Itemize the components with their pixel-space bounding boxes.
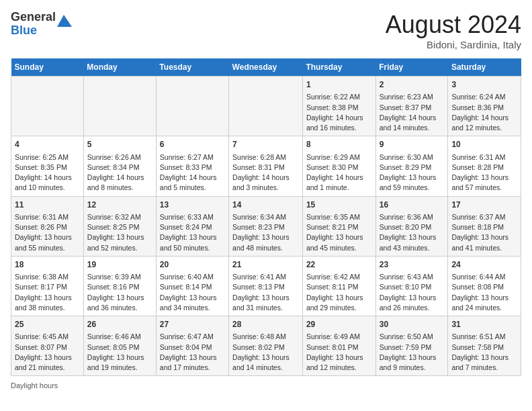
calendar-cell: 22Sunrise: 6:42 AM Sunset: 8:11 PM Dayli… (302, 256, 375, 316)
day-number: 4 (15, 139, 80, 150)
calendar-cell: 19Sunrise: 6:39 AM Sunset: 8:16 PM Dayli… (83, 256, 156, 316)
day-number: 25 (15, 319, 80, 330)
calendar-cell: 8Sunrise: 6:29 AM Sunset: 8:30 PM Daylig… (302, 136, 375, 196)
day-info: Sunrise: 6:28 AM Sunset: 8:31 PM Dayligh… (232, 153, 290, 192)
day-number: 8 (306, 139, 372, 150)
day-number: 1 (306, 79, 372, 91)
calendar-body: 1Sunrise: 6:22 AM Sunset: 8:38 PM Daylig… (11, 77, 521, 376)
day-number: 15 (306, 199, 372, 211)
calendar-cell (156, 77, 228, 136)
day-info: Sunrise: 6:29 AM Sunset: 8:30 PM Dayligh… (306, 153, 363, 192)
day-number: 14 (232, 199, 299, 211)
day-number: 24 (451, 259, 517, 271)
day-number: 17 (451, 199, 517, 211)
day-info: Sunrise: 6:34 AM Sunset: 8:23 PM Dayligh… (232, 213, 290, 252)
calendar-cell: 7Sunrise: 6:28 AM Sunset: 8:31 PM Daylig… (229, 136, 303, 196)
logo-text: General Blue (11, 11, 56, 38)
calendar-cell: 15Sunrise: 6:35 AM Sunset: 8:21 PM Dayli… (302, 196, 375, 256)
calendar-cell: 24Sunrise: 6:44 AM Sunset: 8:08 PM Dayli… (448, 256, 521, 316)
calendar-cell: 25Sunrise: 6:45 AM Sunset: 8:07 PM Dayli… (11, 316, 84, 376)
day-info: Sunrise: 6:35 AM Sunset: 8:21 PM Dayligh… (306, 213, 363, 252)
page-header: General Blue August 2024 Bidoni, Sardini… (11, 11, 521, 50)
calendar-cell: 9Sunrise: 6:30 AM Sunset: 8:29 PM Daylig… (375, 136, 448, 196)
svg-marker-0 (57, 15, 72, 27)
day-number: 6 (160, 139, 225, 150)
calendar-cell: 29Sunrise: 6:49 AM Sunset: 8:01 PM Dayli… (302, 316, 375, 376)
day-info: Sunrise: 6:43 AM Sunset: 8:10 PM Dayligh… (380, 273, 437, 312)
day-info: Sunrise: 6:40 AM Sunset: 8:14 PM Dayligh… (160, 273, 217, 312)
day-number: 5 (87, 139, 152, 150)
day-number: 10 (451, 139, 517, 150)
day-header: Saturday (448, 58, 521, 77)
day-number: 30 (380, 319, 445, 330)
day-number: 23 (380, 259, 445, 271)
day-number: 11 (15, 199, 80, 211)
calendar-cell: 31Sunrise: 6:51 AM Sunset: 7:58 PM Dayli… (448, 316, 521, 376)
day-number: 21 (232, 259, 299, 271)
day-info: Sunrise: 6:23 AM Sunset: 8:37 PM Dayligh… (380, 93, 437, 132)
calendar-cell: 10Sunrise: 6:31 AM Sunset: 8:28 PM Dayli… (448, 136, 521, 196)
calendar-cell (83, 77, 156, 136)
day-number: 29 (306, 319, 372, 330)
day-info: Sunrise: 6:49 AM Sunset: 8:01 PM Dayligh… (306, 332, 363, 371)
calendar-cell: 17Sunrise: 6:37 AM Sunset: 8:18 PM Dayli… (448, 196, 521, 256)
day-info: Sunrise: 6:51 AM Sunset: 7:58 PM Dayligh… (451, 332, 508, 371)
calendar-cell (229, 77, 303, 136)
day-number: 2 (380, 79, 445, 91)
day-info: Sunrise: 6:50 AM Sunset: 7:59 PM Dayligh… (380, 332, 437, 371)
day-info: Sunrise: 6:30 AM Sunset: 8:29 PM Dayligh… (380, 153, 437, 192)
title-block: August 2024 Bidoni, Sardinia, Italy (386, 11, 521, 50)
calendar-table: SundayMondayTuesdayWednesdayThursdayFrid… (11, 58, 521, 376)
day-info: Sunrise: 6:46 AM Sunset: 8:05 PM Dayligh… (87, 332, 144, 371)
day-number: 18 (15, 259, 80, 271)
day-info: Sunrise: 6:32 AM Sunset: 8:25 PM Dayligh… (87, 213, 144, 252)
logo-icon (57, 13, 72, 28)
calendar-cell (11, 77, 84, 136)
day-info: Sunrise: 6:38 AM Sunset: 8:17 PM Dayligh… (15, 273, 72, 312)
day-info: Sunrise: 6:42 AM Sunset: 8:11 PM Dayligh… (306, 273, 363, 312)
day-number: 3 (451, 79, 517, 91)
day-info: Sunrise: 6:39 AM Sunset: 8:16 PM Dayligh… (87, 273, 144, 312)
day-info: Sunrise: 6:45 AM Sunset: 8:07 PM Dayligh… (15, 332, 72, 371)
day-info: Sunrise: 6:24 AM Sunset: 8:36 PM Dayligh… (451, 93, 508, 132)
daylight-label: Daylight hours (11, 381, 58, 390)
day-number: 7 (232, 139, 299, 150)
calendar-week: 11Sunrise: 6:31 AM Sunset: 8:26 PM Dayli… (11, 196, 521, 256)
calendar-cell: 14Sunrise: 6:34 AM Sunset: 8:23 PM Dayli… (229, 196, 303, 256)
day-number: 28 (232, 319, 299, 330)
calendar-cell: 23Sunrise: 6:43 AM Sunset: 8:10 PM Dayli… (375, 256, 448, 316)
calendar-week: 25Sunrise: 6:45 AM Sunset: 8:07 PM Dayli… (11, 316, 521, 376)
calendar-cell: 2Sunrise: 6:23 AM Sunset: 8:37 PM Daylig… (375, 77, 448, 136)
month-year: August 2024 (386, 11, 521, 39)
day-number: 26 (87, 319, 152, 330)
day-info: Sunrise: 6:36 AM Sunset: 8:20 PM Dayligh… (380, 213, 437, 252)
calendar-cell: 27Sunrise: 6:47 AM Sunset: 8:04 PM Dayli… (156, 316, 228, 376)
calendar-week: 1Sunrise: 6:22 AM Sunset: 8:38 PM Daylig… (11, 77, 521, 136)
footer: Daylight hours (11, 381, 521, 390)
calendar-cell: 11Sunrise: 6:31 AM Sunset: 8:26 PM Dayli… (11, 196, 84, 256)
day-info: Sunrise: 6:48 AM Sunset: 8:02 PM Dayligh… (232, 332, 290, 371)
location: Bidoni, Sardinia, Italy (386, 39, 521, 50)
day-info: Sunrise: 6:33 AM Sunset: 8:24 PM Dayligh… (160, 213, 217, 252)
calendar-cell: 30Sunrise: 6:50 AM Sunset: 7:59 PM Dayli… (375, 316, 448, 376)
calendar-cell: 20Sunrise: 6:40 AM Sunset: 8:14 PM Dayli… (156, 256, 228, 316)
day-info: Sunrise: 6:44 AM Sunset: 8:08 PM Dayligh… (451, 273, 508, 312)
calendar-cell: 1Sunrise: 6:22 AM Sunset: 8:38 PM Daylig… (302, 77, 375, 136)
day-info: Sunrise: 6:26 AM Sunset: 8:34 PM Dayligh… (87, 153, 144, 192)
calendar-cell: 12Sunrise: 6:32 AM Sunset: 8:25 PM Dayli… (83, 196, 156, 256)
day-number: 9 (380, 139, 445, 150)
calendar-cell: 21Sunrise: 6:41 AM Sunset: 8:13 PM Dayli… (229, 256, 303, 316)
day-header: Friday (375, 58, 448, 77)
day-number: 13 (160, 199, 225, 211)
calendar-cell: 28Sunrise: 6:48 AM Sunset: 8:02 PM Dayli… (229, 316, 303, 376)
day-number: 27 (160, 319, 225, 330)
day-header: Thursday (302, 58, 375, 77)
calendar-week: 4Sunrise: 6:25 AM Sunset: 8:35 PM Daylig… (11, 136, 521, 196)
day-number: 19 (87, 259, 152, 271)
calendar-cell: 13Sunrise: 6:33 AM Sunset: 8:24 PM Dayli… (156, 196, 228, 256)
calendar-cell: 18Sunrise: 6:38 AM Sunset: 8:17 PM Dayli… (11, 256, 84, 316)
day-header: Sunday (11, 58, 84, 77)
day-info: Sunrise: 6:27 AM Sunset: 8:33 PM Dayligh… (160, 153, 217, 192)
day-info: Sunrise: 6:31 AM Sunset: 8:28 PM Dayligh… (451, 153, 508, 192)
day-info: Sunrise: 6:22 AM Sunset: 8:38 PM Dayligh… (306, 93, 363, 132)
